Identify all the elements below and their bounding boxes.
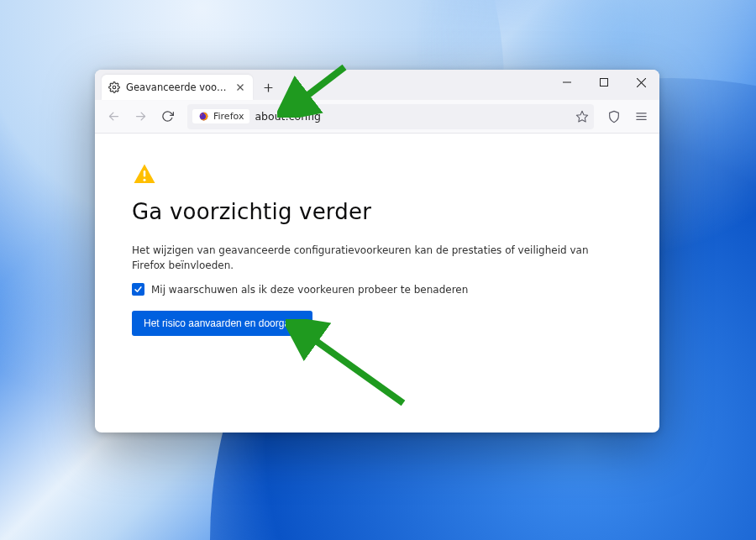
back-button[interactable] (102, 105, 125, 128)
settings-gear-icon (108, 81, 120, 93)
new-tab-button[interactable] (256, 76, 280, 99)
svg-rect-6 (601, 79, 608, 87)
warning-description: Het wijzigen van geavanceerde configurat… (132, 243, 622, 273)
accept-risk-button[interactable]: Het risico aanvaarden en doorgaan (132, 311, 312, 336)
hamburger-menu-icon (635, 110, 648, 123)
reload-icon (161, 110, 174, 123)
warning-triangle-icon (132, 162, 157, 187)
window-controls (549, 70, 659, 100)
svg-marker-12 (576, 111, 587, 122)
url-text: about:config (255, 110, 570, 123)
checkmark-icon (134, 285, 143, 294)
close-tab-icon[interactable] (234, 81, 246, 93)
browser-tab[interactable]: Geavanceerde voorkeuren (102, 75, 253, 100)
warning-heading: Ga voorzichtig verder (132, 199, 622, 224)
firefox-logo-icon (198, 111, 209, 122)
protections-button[interactable] (602, 105, 626, 128)
warn-me-checkbox[interactable] (132, 283, 144, 296)
warn-me-checkbox-row[interactable]: Mij waarschuwen als ik deze voorkeuren p… (132, 283, 622, 296)
url-bar[interactable]: Firefox about:config (187, 104, 594, 129)
forward-button[interactable] (129, 105, 152, 128)
tab-strip: Geavanceerde voorkeuren (95, 70, 659, 100)
tab-title: Geavanceerde voorkeuren (126, 81, 228, 93)
site-identity[interactable]: Firefox (192, 109, 249, 123)
svg-point-0 (113, 86, 116, 89)
shield-icon (607, 110, 621, 123)
bookmark-star-icon[interactable] (575, 110, 589, 123)
minimize-button[interactable] (549, 70, 585, 95)
navigation-toolbar: Firefox about:config (95, 100, 659, 134)
warn-me-checkbox-label: Mij waarschuwen als ik deze voorkeuren p… (151, 284, 468, 296)
svg-point-17 (144, 179, 146, 181)
about-config-warning-page: Ga voorzichtig verder Het wijzigen van g… (95, 134, 659, 433)
svg-rect-16 (144, 170, 146, 177)
close-window-button[interactable] (622, 70, 659, 95)
reload-button[interactable] (155, 105, 179, 128)
app-menu-button[interactable] (629, 105, 653, 128)
maximize-button[interactable] (585, 70, 622, 95)
identity-label: Firefox (213, 111, 244, 122)
firefox-window: Geavanceerde voorkeuren (95, 70, 659, 433)
arrow-right-icon (134, 110, 147, 123)
arrow-left-icon (108, 110, 120, 123)
